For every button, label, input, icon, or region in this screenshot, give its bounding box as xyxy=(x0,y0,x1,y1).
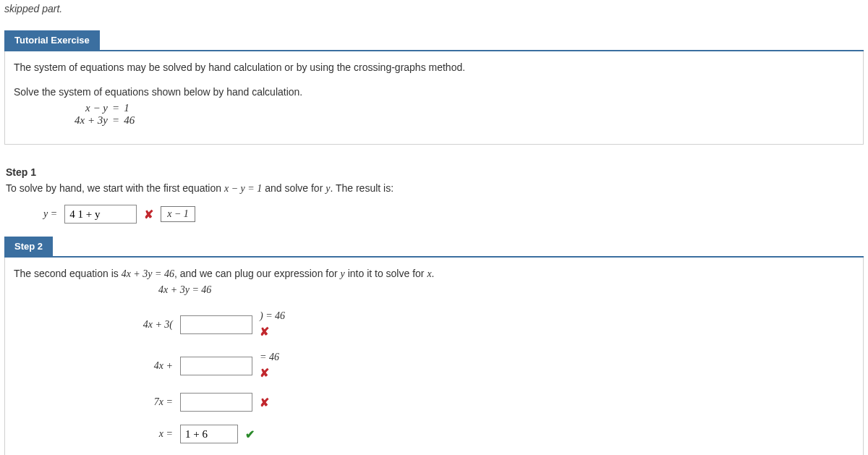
correct-icon: ✔ xyxy=(245,428,255,441)
row2-input[interactable] xyxy=(180,357,252,375)
row3-left: 7x = xyxy=(101,396,173,408)
step-1-title: Step 1 xyxy=(6,166,868,178)
row3-input[interactable] xyxy=(180,393,252,412)
wrong-icon: ✘ xyxy=(260,366,269,380)
step-1-hint: x − 1 xyxy=(161,206,195,222)
wrong-icon: ✘ xyxy=(260,396,269,409)
wrong-icon: ✘ xyxy=(144,208,153,221)
equation-2: 4x + 3y = 46 xyxy=(57,114,854,127)
step-2-eq: 4x + 3y = 46 xyxy=(158,284,854,296)
row1-input[interactable] xyxy=(180,315,252,334)
step-2-text: The second equation is 4x + 3y = 46, and… xyxy=(14,268,854,280)
wrong-icon: ✘ xyxy=(260,325,269,339)
step-1-answer-input[interactable] xyxy=(64,205,137,224)
tutorial-desc-1: The system of equations may be solved by… xyxy=(14,61,854,73)
step-2-section: Step 2 The second equation is 4x + 3y = … xyxy=(4,237,864,455)
step-1-text: To solve by hand, we start with the firs… xyxy=(6,182,868,195)
intro-text: skipped part. xyxy=(0,0,868,17)
row4-left: x = xyxy=(101,428,173,440)
row1-right: ) = 46 xyxy=(260,310,285,322)
row1-left: 4x + 3( xyxy=(57,319,173,331)
y-equals-label: y = xyxy=(43,208,57,220)
row2-left: 4x + xyxy=(57,360,173,372)
equation-1: x − y = 1 xyxy=(57,102,854,114)
row4-input[interactable] xyxy=(180,425,238,443)
tutorial-section: Tutorial Exercise The system of equation… xyxy=(4,30,864,145)
tutorial-tab: Tutorial Exercise xyxy=(4,30,100,50)
row2-right: = 46 xyxy=(260,352,279,363)
tutorial-desc-2: Solve the system of equations shown belo… xyxy=(14,86,854,98)
step-2-tab: Step 2 xyxy=(4,237,53,256)
